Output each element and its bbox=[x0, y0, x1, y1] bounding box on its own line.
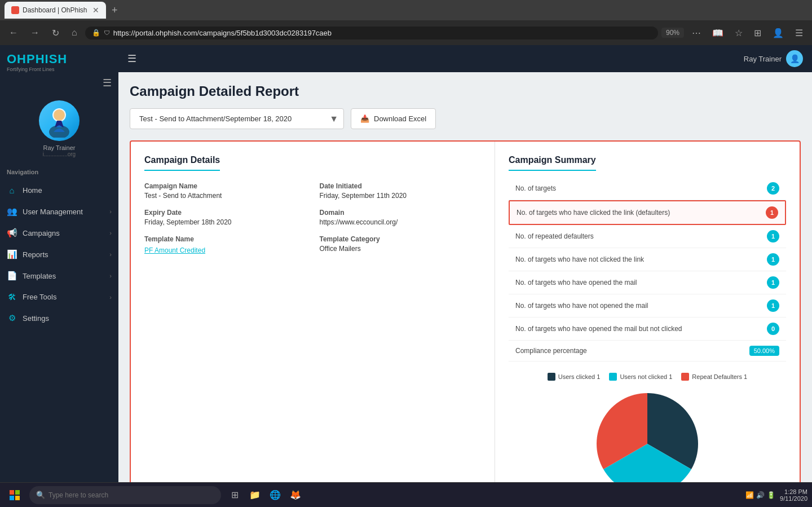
taskbar-icons: ⊞ 📁 🌐 🦊 bbox=[226, 486, 304, 504]
sidebar-item-user-management-label: User Management bbox=[23, 208, 83, 216]
system-tray: 📶 🔊 🔋 bbox=[745, 491, 775, 499]
content-scroll: Campaign Detailed Report Test - Send to … bbox=[118, 72, 812, 482]
security-badge: 🛡 bbox=[104, 29, 110, 36]
summary-row-3-label: No. of targets who have not clicked the … bbox=[515, 255, 644, 263]
date-initiated-label: Date Initiated bbox=[320, 182, 482, 190]
user-management-arrow: › bbox=[109, 208, 112, 215]
svg-rect-7 bbox=[15, 496, 20, 500]
expiry-date-value: Friday, September 18th 2020 bbox=[144, 218, 306, 226]
template-name-link[interactable]: PF Amount Credited bbox=[144, 246, 205, 254]
forward-button[interactable]: → bbox=[26, 25, 44, 40]
sidebar-item-user-management[interactable]: 👥 User Management › bbox=[0, 201, 118, 222]
legend-item-1: Users not clicked 1 bbox=[609, 373, 672, 381]
main-topbar: ☰ Ray Trainer 👤 bbox=[118, 45, 812, 72]
clock-time: 1:28 PM bbox=[780, 488, 807, 495]
summary-row-2-value: 1 bbox=[767, 230, 779, 243]
pie-chart bbox=[591, 387, 704, 482]
summary-row-3: No. of targets who have not clicked the … bbox=[509, 248, 786, 271]
bookmark-button[interactable]: ☆ bbox=[730, 25, 747, 41]
domain-value: https://www.eccouncil.org/ bbox=[320, 218, 482, 226]
campaign-select[interactable]: Test - Send to Attachment/September 18, … bbox=[130, 108, 344, 129]
free-tools-icon: 🛠 bbox=[7, 292, 17, 302]
address-bar[interactable]: 🔒 🛡 bbox=[85, 27, 658, 39]
campaign-details-panel: Campaign Details Campaign Name Test - Se… bbox=[131, 142, 495, 482]
user-management-icon: 👥 bbox=[7, 206, 17, 217]
app-container: OHPHISH Fortifying Front Lines ☰ bbox=[0, 45, 812, 482]
campaign-select-wrapper: Test - Send to Attachment/September 18, … bbox=[130, 108, 344, 129]
profile-button[interactable]: 👤 bbox=[768, 25, 788, 41]
campaign-details-title: Campaign Details bbox=[144, 155, 220, 171]
taskbar-search-input[interactable] bbox=[48, 491, 214, 499]
topbar-hamburger-icon[interactable]: ☰ bbox=[127, 52, 136, 65]
hamburger-area: ☰ bbox=[0, 72, 118, 94]
legend-dot-2 bbox=[681, 373, 689, 381]
template-category-item: Template Category Office Mailers bbox=[320, 235, 482, 255]
expiry-date-label: Expiry Date bbox=[144, 209, 306, 217]
start-button[interactable] bbox=[5, 485, 25, 505]
domain-label: Domain bbox=[320, 209, 482, 217]
active-tab[interactable]: Dashboard | OhPhish ✕ bbox=[5, 2, 106, 19]
home-button[interactable]: ⌂ bbox=[67, 25, 82, 40]
summary-row-6-value: 0 bbox=[767, 323, 779, 335]
sidebar-item-templates[interactable]: 📄 Templates › bbox=[0, 265, 118, 286]
download-excel-button[interactable]: 📥 Download Excel bbox=[351, 108, 436, 129]
sidebar: OHPHISH Fortifying Front Lines ☰ bbox=[0, 45, 118, 482]
avatar bbox=[39, 100, 80, 141]
date-initiated-item: Date Initiated Friday, September 11th 20… bbox=[320, 182, 482, 200]
sidebar-item-reports[interactable]: 📊 Reports › bbox=[0, 244, 118, 265]
tab-bar: Dashboard | OhPhish ✕ + bbox=[0, 0, 812, 20]
date-initiated-value: Friday, September 11th 2020 bbox=[320, 192, 482, 200]
firefox-button[interactable]: 🦊 bbox=[286, 486, 304, 504]
download-btn-label: Download Excel bbox=[374, 114, 426, 123]
nav-section: Navigation bbox=[0, 164, 118, 180]
sidebar-user-email: i...............org bbox=[43, 151, 76, 157]
summary-row-1-value: 1 bbox=[766, 206, 778, 219]
extensions-button[interactable]: ⋯ bbox=[687, 25, 705, 41]
templates-arrow: › bbox=[109, 272, 112, 279]
sidebar-item-home[interactable]: ⌂ Home bbox=[0, 180, 118, 201]
template-category-label: Template Category bbox=[320, 235, 482, 243]
tray-icon-network: 📶 bbox=[745, 491, 754, 499]
sidebar-item-settings[interactable]: ⚙ Settings bbox=[0, 307, 118, 329]
legend-dot-0 bbox=[548, 373, 555, 381]
expiry-date-item: Expiry Date Friday, September 18th 2020 bbox=[144, 209, 306, 226]
tab-close-button[interactable]: ✕ bbox=[92, 6, 99, 15]
reading-list-button[interactable]: 📖 bbox=[708, 25, 728, 41]
menu-button[interactable]: ☰ bbox=[791, 25, 807, 41]
logo-tagline: Fortifying Front Lines bbox=[7, 67, 67, 72]
sidebar-item-settings-label: Settings bbox=[23, 314, 49, 323]
free-tools-arrow: › bbox=[109, 294, 112, 301]
hamburger-icon[interactable]: ☰ bbox=[103, 77, 112, 89]
sidebar-item-free-tools[interactable]: 🛠 Free Tools › bbox=[0, 286, 118, 307]
file-explorer-button[interactable]: 📁 bbox=[246, 486, 264, 504]
summary-row-0-label: No. of targets bbox=[515, 184, 556, 192]
url-input[interactable] bbox=[113, 29, 651, 37]
svg-rect-5 bbox=[15, 490, 20, 495]
compliance-value: 50.00% bbox=[749, 346, 779, 356]
campaign-name-label: Campaign Name bbox=[144, 182, 306, 190]
sidebar-item-templates-label: Templates bbox=[23, 272, 56, 280]
taskbar-right: 📶 🔊 🔋 1:28 PM 9/11/2020 bbox=[745, 488, 807, 502]
chart-legend: Users clicked 1 Users not clicked 1 Repe… bbox=[509, 373, 786, 381]
details-grid: Campaign Name Test - Send to Attachment … bbox=[144, 182, 481, 255]
svg-rect-4 bbox=[10, 490, 14, 495]
sidebar-toggle-button[interactable]: ⊞ bbox=[749, 25, 766, 41]
summary-row-6-label: No. of targets who have opened the mail … bbox=[515, 325, 682, 333]
summary-row-0: No. of targets 2 bbox=[509, 182, 786, 200]
legend-item-0: Users clicked 1 bbox=[548, 373, 601, 381]
new-tab-button[interactable]: + bbox=[108, 5, 121, 16]
summary-row-3-value: 1 bbox=[767, 253, 779, 266]
sidebar-item-campaigns[interactable]: 📢 Campaigns › bbox=[0, 222, 118, 244]
campaigns-icon: 📢 bbox=[7, 228, 17, 238]
taskbar-search-bar[interactable]: 🔍 bbox=[29, 486, 221, 504]
summary-row-5-label: No. of targets who have not opened the m… bbox=[515, 302, 648, 310]
nav-extras: ⋯ 📖 ☆ ⊞ 👤 ☰ bbox=[687, 25, 807, 41]
task-view-button[interactable]: ⊞ bbox=[226, 486, 244, 504]
reload-button[interactable]: ↻ bbox=[47, 25, 64, 41]
back-button[interactable]: ← bbox=[5, 25, 23, 40]
summary-row-2: No. of repeated defaulters 1 bbox=[509, 225, 786, 248]
summary-row-4: No. of targets who have opened the mail … bbox=[509, 271, 786, 294]
sidebar-item-campaigns-label: Campaigns bbox=[23, 229, 60, 237]
ie-button[interactable]: 🌐 bbox=[266, 486, 284, 504]
templates-icon: 📄 bbox=[7, 271, 17, 281]
